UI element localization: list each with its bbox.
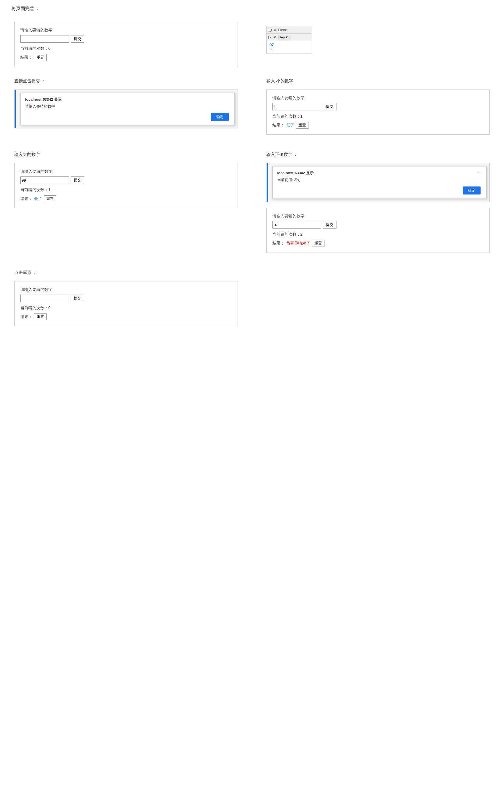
result-text-correct: 恭喜你猜对了 [286,241,310,246]
submit-button-correct[interactable]: 提交 [323,221,336,228]
alert-container-submit: localhost:63342 显示 请输入要猜的数字 确定 [14,89,238,128]
result-text-small: 低了 [286,123,294,128]
devtools-content: 97 > | [267,41,312,53]
guess-input-large[interactable] [20,176,69,184]
reset-button-1[interactable]: 重置 [34,54,47,61]
submit-button-reset[interactable]: 提交 [71,294,84,302]
alert-dialog-correct: localhost:63342 显示 当前使用: 2次 rm 确定 [272,166,487,199]
game-box-reset: 请输入要猜的数字: 提交 当前猜的次数：0 结果： 重置 [14,281,238,326]
game-box-correct: 请输入要猜的数字: 提交 当前猜的次数：2 结果： 恭喜你猜对了 重置 [266,208,490,253]
top-button[interactable]: top ▼ [278,35,290,39]
alert-container-correct: localhost:63342 显示 当前使用: 2次 rm 确定 [266,163,490,202]
result-display-reset: 结果： 重置 [20,313,232,320]
guess-input-1[interactable] [20,35,69,43]
count-display-1: 当前猜的次数：0 [20,46,232,51]
game-box-large: 请输入要猜的数字: 提交 当前猜的次数：1 结果： 低了 重置 [14,163,238,208]
alert-confirm-submit[interactable]: 确定 [211,113,229,121]
result-display-1: 结果： 重置 [20,54,232,61]
devtools-number: 97 [270,43,309,47]
play-icon: ▷ [268,35,271,39]
count-display-correct: 当前猜的次数：2 [272,232,484,237]
devtools-toolbar-row2: ▷ ⊘ top ▼ [267,34,312,41]
copy-icon: ⧉ [274,27,276,32]
page-header: 将页面完善 ： [11,6,493,12]
submit-button-1[interactable]: 提交 [71,35,84,43]
submit-button-small[interactable]: 提交 [323,103,336,110]
guess-input-small[interactable] [272,103,321,110]
block-icon: ⊘ [273,35,276,39]
elem-label: Eleme [278,28,288,32]
alert-message-submit: 请输入要猜的数字 [25,104,229,109]
input-label-reset: 请输入要猜的数字: [20,287,232,292]
alert-message-correct: 当前使用: 2次 [277,177,314,182]
reset-button-large[interactable]: 重置 [44,195,56,202]
input-label-correct: 请输入要猜的数字: [272,214,484,219]
result-display-small: 结果： 低了 重置 [272,122,484,129]
cursor-icon: ⬡ [268,28,272,32]
devtools-panel: ⬡ ⧉ Eleme ▷ ⊘ top ▼ 97 > | [266,26,312,53]
count-display-large: 当前猜的次数：1 [20,187,232,192]
section2-right-title: 输入 小的数字 [266,78,490,84]
result-display-correct: 结果： 恭喜你猜对了 重置 [272,240,484,247]
alert-confirm-correct[interactable]: 确定 [463,186,481,194]
guess-input-reset[interactable] [20,294,69,302]
section2-left-title: 直接点击提交 ： [14,78,238,84]
input-label-1: 请输入要猜的数字: [20,28,232,33]
reset-button-small[interactable]: 重置 [296,122,308,129]
section3-right-title: 输入正确数字 ： [266,152,490,157]
input-label-large: 请输入要猜的数字: [20,169,232,174]
alert-dialog-submit: localhost:63342 显示 请输入要猜的数字 确定 [20,93,235,125]
count-display-reset: 当前猜的次数：0 [20,305,232,310]
reset-button-correct[interactable]: 重置 [312,240,324,247]
reset-button-reset[interactable]: 重置 [34,313,47,320]
alert-title-submit: localhost:63342 显示 [25,97,229,102]
section4-title: 点击重置 ： [14,270,238,275]
guess-input-correct[interactable] [272,221,321,228]
section3-left-title: 输入大的数字 [14,152,238,157]
alert-title-correct: localhost:63342 显示 [277,170,314,176]
game-box-initial: 请输入要猜的数字: 提交 当前猜的次数：0 结果： 重置 [14,22,238,67]
chevron-down-icon: ▼ [285,35,288,39]
result-display-large: 结果： 低了 重置 [20,195,232,202]
devtools-input-cursor[interactable]: > | [270,47,309,51]
result-text-large: 低了 [34,196,42,201]
submit-button-large[interactable]: 提交 [71,176,84,184]
count-display-small: 当前猜的次数：1 [272,114,484,119]
game-box-small: 请输入要猜的数字: 提交 当前猜的次数：1 结果： 低了 重置 [266,89,490,135]
input-label-small: 请输入要猜的数字: [272,95,484,101]
devtools-toolbar-row1: ⬡ ⧉ Eleme [267,26,312,34]
